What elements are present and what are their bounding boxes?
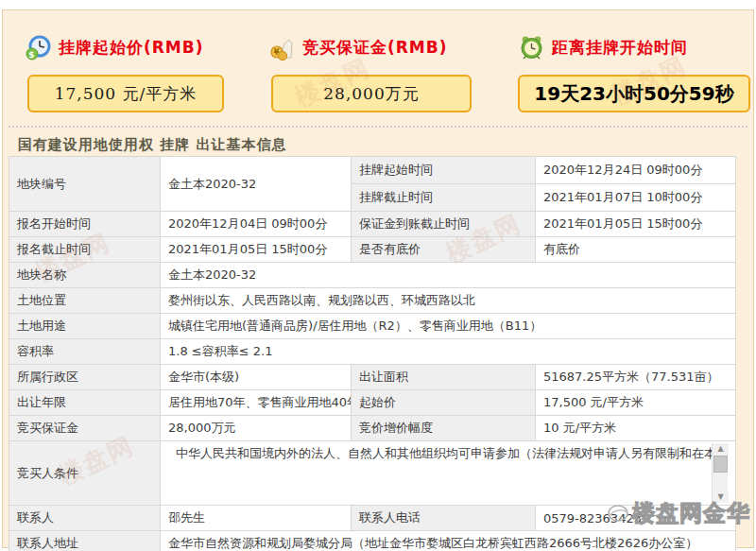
countdown-title: 距离挂牌开始时间: [552, 37, 688, 59]
deposit-title: 竞买保证金(RMB): [302, 37, 448, 59]
start-price-title: 挂牌起始价(RMB): [59, 37, 204, 59]
start-price-value-box: 17,500 元/平方米: [27, 75, 224, 112]
countdown-card-title: 距离挂牌开始时间: [519, 35, 688, 60]
deposit-value-box: 28,000万元: [271, 75, 472, 112]
bidder-conditions-cell: 中华人民共和国境内外的法人、自然人和其他组织均可申请参加（法律法规对申请人另有限…: [161, 441, 736, 506]
scroll-down-icon[interactable]: ▼: [713, 491, 729, 503]
table-row: 竞买保证金 28,000万元 竞价增价幅度 10 元/平方米: [9, 416, 736, 441]
has-reserve-value: 有底价: [536, 237, 736, 263]
table-row: 容积率 1.8 ≤容积率≤ 2.1: [9, 339, 736, 365]
area-label: 出让面积: [352, 365, 536, 390]
listing-start-value: 2020年12月24日 09时00分: [536, 157, 736, 184]
plot-ratio-label: 容积率: [9, 339, 161, 365]
table-row: 地块编号 金土本2020-32 挂牌起始时间 2020年12月24日 09时00…: [9, 157, 736, 184]
table-row: 联系人 邵先生 联系人电话 0579-82363423: [9, 506, 736, 531]
contact-phone-value: 0579-82363423: [536, 506, 736, 531]
table-row: 所属行政区 金华市(本级) 出让面积 51687.25平方米（77.531亩）: [9, 365, 736, 390]
table-row: 土地位置 婺州街以东、人民西路以南、规划路以西、环城西路以北: [9, 288, 736, 314]
conditions-scrollbar[interactable]: ▲ ▼: [712, 443, 728, 503]
land-use-value: 城镇住宅用地(普通商品房)/居住用地（R2）、零售商业用地（B11）: [161, 314, 736, 339]
district-label: 所属行政区: [9, 365, 161, 390]
contact-label: 联系人: [9, 506, 161, 531]
dotted-divider: [9, 126, 747, 128]
location-value: 婺州街以东、人民西路以南、规划路以西、环城西路以北: [161, 288, 736, 314]
money-bag-icon: ¥: [269, 35, 295, 60]
deposit-value: 28,000万元: [323, 83, 419, 105]
bid-deposit-label: 竞买保证金: [9, 416, 161, 441]
table-row: 竞买人条件 中华人民共和国境内外的法人、自然人和其他组织均可申请参加（法律法规对…: [9, 441, 736, 506]
start-price-card-title: $ 挂牌起始价(RMB): [26, 35, 204, 60]
countdown-timer-box: 19天23小时50分59秒: [518, 75, 750, 112]
plot-name-value: 金土本2020-32: [161, 263, 736, 288]
svg-text:¥: ¥: [274, 48, 281, 57]
alarm-clock-icon: [519, 35, 544, 60]
svg-text:$: $: [28, 50, 35, 60]
tenure-value: 居住用地70年、零售商业用地40年: [161, 390, 352, 416]
district-value: 金华市(本级): [161, 365, 352, 390]
signup-end-value: 2021年01月05日 15时00分: [161, 237, 352, 263]
bidder-conditions-text: 中华人民共和国境内外的法人、自然人和其他组织均可申请参加（法律法规对申请人另有限…: [168, 443, 712, 503]
scrollbar-thumb[interactable]: [713, 456, 728, 473]
table-row: 报名截止时间 2021年01月05日 15时00分 是否有底价 有底价: [9, 237, 736, 263]
deposit-deadline-value: 2021年01月05日 15时00分: [536, 212, 736, 237]
contact-value: 邵先生: [161, 506, 352, 531]
area-value: 51687.25平方米（77.531亩）: [536, 365, 736, 390]
table-row: 报名开始时间 2020年12月04日 09时00分 保证金到账截止时间 2021…: [9, 212, 736, 237]
has-reserve-label: 是否有底价: [352, 237, 536, 263]
signup-start-value: 2020年12月04日 09时00分: [161, 212, 352, 237]
land-use-label: 土地用途: [9, 314, 161, 339]
scroll-up-icon[interactable]: ▲: [713, 443, 729, 455]
plot-ratio-value: 1.8 ≤容积率≤ 2.1: [161, 339, 736, 365]
increment-value: 10 元/平方米: [536, 416, 736, 441]
countdown-value: 19天23小时50分59秒: [534, 81, 733, 107]
signup-start-label: 报名开始时间: [9, 212, 161, 237]
listing-end-label: 挂牌截止时间: [352, 184, 536, 212]
bid-deposit-value: 28,000万元: [161, 416, 352, 441]
plot-number-label: 地块编号: [9, 157, 161, 212]
plot-name-label: 地块名称: [9, 263, 161, 288]
start-price-row-label: 起始价: [352, 390, 536, 416]
location-label: 土地位置: [9, 288, 161, 314]
contact-address-value: 金华市自然资源和规划局婺城分局（地址金华市婺城区白龙桥宾虹西路2666号北楼26…: [161, 531, 736, 551]
table-row: 联系人地址 金华市自然资源和规划局婺城分局（地址金华市婺城区白龙桥宾虹西路266…: [9, 531, 736, 551]
increment-label: 竞价增价幅度: [352, 416, 536, 441]
contact-address-label: 联系人地址: [9, 531, 161, 551]
signup-end-label: 报名截止时间: [9, 237, 161, 263]
contact-phone-label: 联系人电话: [352, 506, 536, 531]
start-price-value: 17,500 元/平方米: [55, 83, 198, 105]
table-row: 出让年限 居住用地70年、零售商业用地40年 起始价 17,500 元/平方米: [9, 390, 736, 416]
tenure-label: 出让年限: [9, 390, 161, 416]
deposit-card-title: ¥ 竞买保证金(RMB): [269, 35, 448, 60]
listing-info-table: 地块编号 金土本2020-32 挂牌起始时间 2020年12月24日 09时00…: [9, 156, 736, 551]
section-title: 国有建设用地使用权 挂牌 出让基本信息: [18, 136, 286, 154]
listing-start-label: 挂牌起始时间: [352, 157, 536, 184]
money-clock-icon: $: [26, 35, 51, 60]
start-price-row-value: 17,500 元/平方米: [536, 390, 736, 416]
plot-number-value: 金土本2020-32: [161, 157, 352, 212]
deposit-deadline-label: 保证金到账截止时间: [352, 212, 536, 237]
listing-panel: $ 挂牌起始价(RMB) ¥ 竞买保证金(RMB): [2, 9, 754, 548]
listing-end-value: 2021年01月07日 10时00分: [536, 184, 736, 212]
table-row: 土地用途 城镇住宅用地(普通商品房)/居住用地（R2）、零售商业用地（B11）: [9, 314, 736, 339]
table-row: 地块名称 金土本2020-32: [9, 263, 736, 288]
bidder-conditions-label: 竞买人条件: [9, 441, 161, 506]
